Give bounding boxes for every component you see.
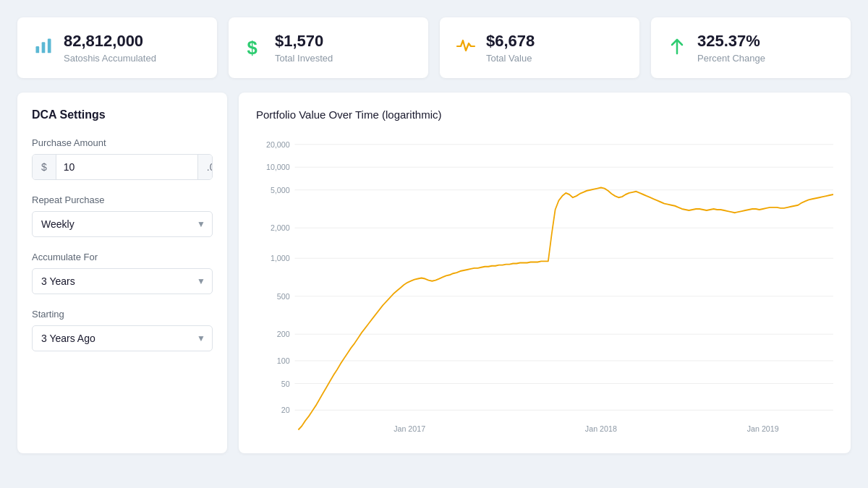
svg-rect-2 [48,38,51,53]
invested-label: Total Invested [275,53,333,64]
svg-text:Jan 2018: Jan 2018 [585,424,617,433]
satoshis-label: Satoshis Accumulated [64,53,156,64]
arrow-up-icon [667,36,687,60]
svg-text:2,000: 2,000 [271,223,290,232]
svg-text:5,000: 5,000 [271,186,290,194]
svg-text:100: 100 [277,356,290,365]
stat-card-satoshis: 82,812,000 Satoshis Accumulated [17,17,217,78]
starting-select-wrap: 1 Year Ago 2 Years Ago 3 Years Ago 4 Yea… [32,325,213,351]
settings-panel: DCA Settings Purchase Amount $ .00 Repea… [17,93,227,453]
svg-text:20: 20 [281,406,290,414]
pulse-icon [456,36,476,60]
main-layout: DCA Settings Purchase Amount $ .00 Repea… [17,93,851,453]
percent-value: 325.37% [697,32,765,51]
purchase-amount-input-group: $ .00 [32,154,213,180]
starting-label: Starting [32,309,213,320]
stat-card-invested: $ $1,570 Total Invested [229,17,428,78]
repeat-purchase-group: Repeat Purchase Daily Weekly Monthly ▼ [32,194,213,237]
svg-text:Jan 2019: Jan 2019 [747,424,779,433]
invested-value: $1,570 [275,32,333,51]
stat-card-percent-content: 325.37% Percent Change [697,32,765,64]
total-value: $6,678 [486,32,535,51]
accumulate-for-label: Accumulate For [32,252,213,262]
satoshis-value: 82,812,000 [64,32,156,51]
chart-panel: Portfolio Value Over Time (logarithmic) … [239,93,851,453]
svg-rect-1 [42,42,46,53]
svg-text:200: 200 [277,330,290,338]
svg-text:50: 50 [281,380,290,388]
repeat-select[interactable]: Daily Weekly Monthly [32,211,213,237]
svg-text:$: $ [247,37,258,56]
settings-title: DCA Settings [32,108,213,121]
chart-container: 20,000 10,000 5,000 2,000 1,000 500 200 … [256,134,833,437]
svg-text:1,000: 1,000 [271,254,290,262]
purchase-amount-label: Purchase Amount [32,137,213,148]
accumulate-select-wrap: 1 Year 2 Years 3 Years 4 Years 5 Years ▼ [32,268,213,294]
repeat-select-wrap: Daily Weekly Monthly ▼ [32,211,213,237]
accumulate-for-group: Accumulate For 1 Year 2 Years 3 Years 4 … [32,252,213,294]
stat-card-total-value-content: $6,678 Total Value [486,32,535,64]
svg-rect-0 [36,46,40,53]
accumulate-select[interactable]: 1 Year 2 Years 3 Years 4 Years 5 Years [32,268,213,294]
bar-chart-icon [33,36,54,60]
stat-card-satoshis-content: 82,812,000 Satoshis Accumulated [64,32,156,64]
svg-text:Jan 2017: Jan 2017 [393,424,425,433]
purchase-amount-group: Purchase Amount $ .00 [32,137,213,180]
repeat-purchase-label: Repeat Purchase [32,194,213,205]
dollar-prefix: $ [33,155,56,179]
svg-text:10,000: 10,000 [266,163,290,171]
stat-card-percent: 325.37% Percent Change [651,17,851,78]
chart-title: Portfolio Value Over Time (logarithmic) [256,108,833,121]
portfolio-chart: 20,000 10,000 5,000 2,000 1,000 500 200 … [256,134,833,437]
total-value-label: Total Value [486,53,535,64]
percent-label: Percent Change [697,53,765,64]
svg-text:20,000: 20,000 [266,140,290,149]
dollar-icon: $ [244,36,265,60]
stat-card-total-value: $6,678 Total Value [440,17,639,78]
cents-suffix: .00 [197,155,213,179]
starting-group: Starting 1 Year Ago 2 Years Ago 3 Years … [32,309,213,351]
stat-card-invested-content: $1,570 Total Invested [275,32,333,64]
starting-select[interactable]: 1 Year Ago 2 Years Ago 3 Years Ago 4 Yea… [32,325,213,351]
chart-line [298,188,833,430]
stat-cards-row: 82,812,000 Satoshis Accumulated $ $1,570… [17,17,851,78]
purchase-amount-input[interactable] [56,155,197,179]
svg-text:500: 500 [277,292,290,301]
